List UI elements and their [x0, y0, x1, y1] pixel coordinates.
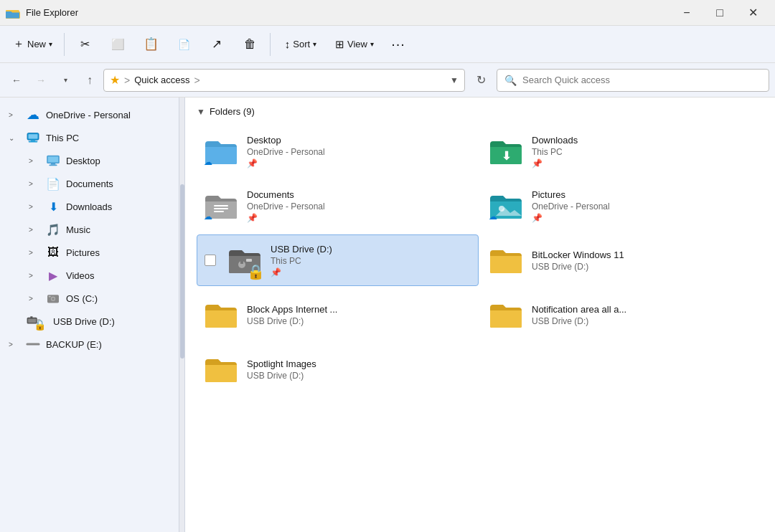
svg-rect-18	[26, 343, 39, 345]
folder-item-notification[interactable]: Notification area all a... USB Drive (D:…	[482, 289, 764, 341]
recent-locations-button[interactable]: ▾	[55, 70, 76, 91]
address-quick-access: Quick access	[134, 75, 189, 85]
notification-folder-icon-wrap	[489, 298, 523, 332]
new-chevron-icon: ▾	[49, 40, 52, 48]
usbdrive-label: USB Drive (D:)	[53, 316, 115, 327]
spotlight-folder-sub: USB Drive (D:)	[247, 371, 316, 381]
osc-expand-icon: >	[29, 295, 40, 303]
view-button[interactable]: ⊞ View ▾	[328, 29, 381, 60]
usbdrive-checkbox[interactable]	[205, 255, 216, 266]
delete-icon: 🗑	[244, 37, 256, 52]
file-explorer-icon	[6, 7, 20, 19]
collapse-icon: ▼	[197, 107, 205, 117]
sidebar-item-backup[interactable]: > BACKUP (E:)	[0, 333, 179, 356]
downloads-expand-icon: >	[29, 203, 40, 211]
cut-button[interactable]: ✂	[69, 29, 100, 60]
address-bar[interactable]: ★ > Quick access > ▼	[103, 69, 465, 92]
maximize-button[interactable]: □	[703, 0, 736, 26]
sort-icon: ↕	[285, 38, 291, 50]
usbdrive-folder-name: USB Drive (D:)	[271, 244, 332, 255]
back-button[interactable]: ←	[6, 70, 27, 91]
folder-item-spotlight[interactable]: Spotlight Images USB Drive (D:)	[197, 343, 479, 395]
sidebar-scrollbar-thumb[interactable]	[180, 184, 184, 358]
usbdrive-folder-icon-wrap: 🔒	[227, 243, 262, 277]
copy-button[interactable]: ⬜	[102, 29, 133, 60]
sidebar-item-videos[interactable]: > ▶ Videos	[0, 264, 179, 287]
sidebar-item-documents[interactable]: > 📄 Documents	[0, 172, 179, 195]
copy-path-button[interactable]: 📄	[168, 29, 199, 60]
share-button[interactable]: ↗	[201, 29, 232, 60]
folder-item-pictures[interactable]: ☁ Pictures OneDrive - Personal 📌	[482, 180, 764, 232]
pictures-folder-info: Pictures OneDrive - Personal 📌	[532, 189, 610, 223]
usbdrive-icon: 🔒	[26, 313, 40, 329]
title-bar-controls[interactable]: − □ ✕	[670, 0, 769, 26]
sidebar-item-onedrive[interactable]: > ☁ OneDrive - Personal	[0, 103, 179, 126]
search-input[interactable]	[522, 75, 761, 85]
folder-item-usbdrive[interactable]: 🔒 USB Drive (D:) This PC 📌	[197, 234, 479, 286]
folder-item-desktop[interactable]: ☁ Desktop OneDrive - Personal 📌	[197, 125, 479, 177]
music-icon: 🎵	[46, 223, 60, 237]
sidebar-item-downloads[interactable]: > ⬇ Downloads	[0, 195, 179, 218]
view-chevron-icon: ▾	[370, 40, 374, 48]
view-label: View	[347, 39, 367, 49]
pictures-folder-name: Pictures	[532, 189, 610, 200]
blockapps-folder-icon	[204, 300, 238, 329]
svg-rect-8	[51, 163, 55, 165]
notification-folder-sub: USB Drive (D:)	[532, 316, 626, 326]
sidebar: > ☁ OneDrive - Personal ⌄ This PC >	[0, 98, 179, 532]
sort-button[interactable]: ↕ Sort ▾	[275, 29, 327, 60]
svg-rect-22	[214, 211, 224, 212]
svg-rect-21	[214, 208, 228, 209]
close-button[interactable]: ✕	[736, 0, 769, 26]
downloads-folder-info: Downloads This PC 📌	[532, 135, 578, 168]
pictures-expand-icon: >	[29, 249, 40, 257]
title-bar-title: File Explorer	[26, 7, 78, 18]
desktop-pin-icon: 📌	[247, 158, 325, 168]
sidebar-item-usbdrive[interactable]: 🔒 USB Drive (D:)	[0, 310, 179, 333]
folder-item-bitlocker[interactable]: BitLocker Windows 11 USB Drive (D:)	[482, 234, 764, 286]
more-button[interactable]: ···	[382, 29, 414, 60]
thispc-label: This PC	[46, 133, 79, 143]
sidebar-item-osc[interactable]: > OS (C:)	[0, 287, 179, 310]
toolbar-separator-2	[270, 33, 271, 56]
usbdrive-pin-icon: 📌	[271, 267, 332, 277]
content-area: ▼ Folders (9) ☁ Desktop OneDrive - Perso…	[185, 98, 775, 532]
sidebar-scrollbar[interactable]	[179, 98, 185, 532]
minimize-button[interactable]: −	[670, 0, 703, 26]
onedrive-icon: ☁	[26, 107, 40, 123]
sort-label: Sort	[293, 39, 310, 49]
notification-folder-info: Notification area all a... USB Drive (D:…	[532, 304, 626, 326]
folder-item-documents[interactable]: ☁ Documents OneDrive - Personal 📌	[197, 180, 479, 232]
sidebar-item-thispc[interactable]: ⌄ This PC	[0, 126, 179, 149]
desktop-sync-icon: ☁	[204, 157, 212, 167]
usbdrive-folder-sub: This PC	[271, 256, 332, 266]
search-bar[interactable]: 🔍	[497, 69, 769, 92]
downloads-pin-icon: 📌	[532, 158, 578, 168]
forward-button[interactable]: →	[30, 70, 52, 91]
thispc-expand-icon: ⌄	[9, 134, 20, 142]
delete-button[interactable]: 🗑	[234, 29, 266, 60]
sidebar-item-music[interactable]: > 🎵 Music	[0, 218, 179, 241]
address-dropdown-icon[interactable]: ▼	[450, 75, 459, 85]
svg-rect-25	[240, 261, 243, 264]
desktop-expand-icon: >	[29, 157, 40, 165]
paste-button[interactable]: 📋	[135, 29, 166, 60]
svg-rect-17	[30, 316, 32, 318]
share-icon: ↗	[212, 37, 222, 52]
paste-icon: 📋	[144, 37, 159, 52]
up-button[interactable]: ↑	[79, 70, 100, 91]
pictures-label: Pictures	[66, 247, 100, 258]
sidebar-item-pictures[interactable]: > 🖼 Pictures	[0, 241, 179, 264]
sidebar-item-desktop[interactable]: > Desktop	[0, 149, 179, 172]
backup-icon	[26, 341, 40, 347]
new-button[interactable]: ＋ New ▾	[6, 29, 60, 60]
folder-item-downloads[interactable]: ⬇ Downloads This PC 📌	[482, 125, 764, 177]
documents-expand-icon: >	[29, 180, 40, 188]
search-icon: 🔍	[504, 75, 517, 86]
documents-sync-icon: ☁	[204, 212, 212, 222]
documents-folder-name: Documents	[247, 189, 325, 200]
documents-folder-info: Documents OneDrive - Personal 📌	[247, 189, 325, 223]
folders-section-header[interactable]: ▼ Folders (9)	[197, 106, 764, 117]
refresh-button[interactable]: ↻	[468, 70, 494, 91]
folder-item-blockapps[interactable]: Block Apps Internet ... USB Drive (D:)	[197, 289, 479, 341]
